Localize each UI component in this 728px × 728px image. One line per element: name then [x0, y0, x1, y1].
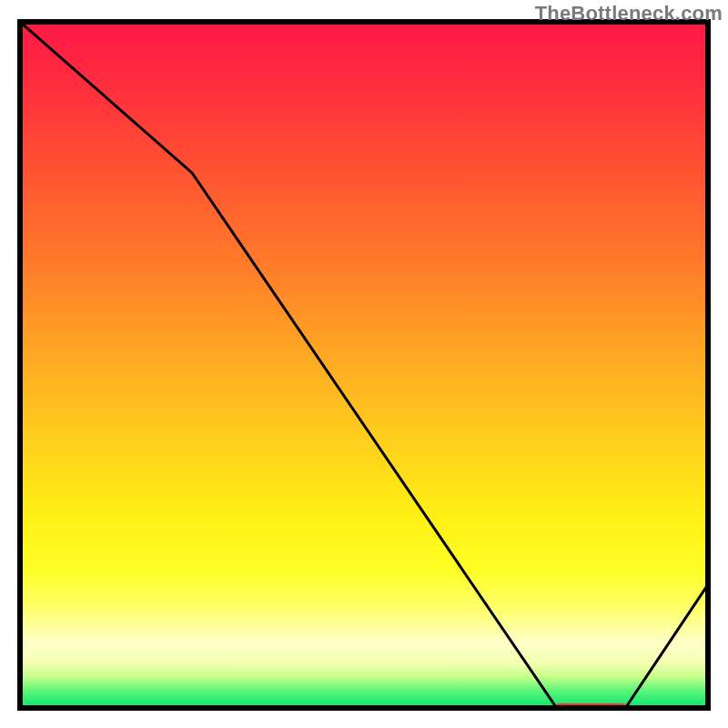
plot-area — [20, 22, 708, 710]
bottleneck-chart — [0, 0, 728, 728]
watermark-text: TheBottleneck.com — [535, 2, 723, 25]
chart-stage: TheBottleneck.com — [0, 0, 728, 728]
gradient-background — [20, 22, 708, 708]
